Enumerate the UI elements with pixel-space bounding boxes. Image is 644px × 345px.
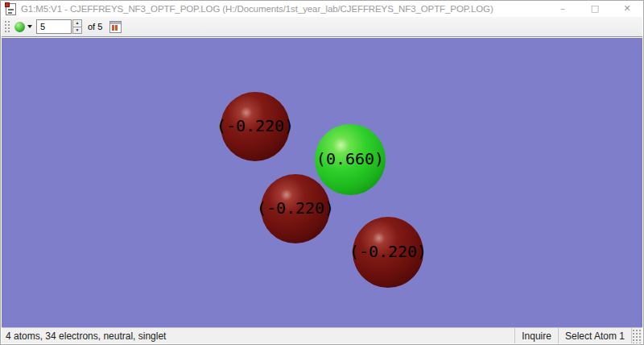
close-icon[interactable]: ✕ (611, 1, 643, 17)
app-icon-text-line (8, 9, 14, 10)
viewport[interactable]: (-0.220)(-0.220)(0.660)(-0.220) (2, 38, 642, 327)
maximize-icon[interactable]: □ (579, 1, 611, 17)
app-icon-red-square (5, 2, 10, 7)
molecule-summary: 4 atoms, 34 electrons, neutral, singlet (2, 328, 514, 343)
frame-toolbar: ▲ ▼ of 5 (2, 17, 642, 37)
frame-spinner: ▲ ▼ (72, 19, 82, 34)
frame-number-input[interactable] (36, 19, 72, 34)
status-bar: 4 atoms, 34 electrons, neutral, singlet … (2, 327, 642, 343)
atom-charge-label: (0.660) (316, 149, 384, 168)
atom-charge-label: (-0.220) (257, 198, 334, 218)
gaussview-window: G1:M5:V1 - CJEFFREYS_NF3_OPTF_POP.LOG (H… (0, 0, 644, 345)
atom-nitrogen-center[interactable]: (0.660) (315, 124, 386, 195)
title-bar[interactable]: G1:M5:V1 - CJEFFREYS_NF3_OPTF_POP.LOG (H… (1, 1, 643, 17)
atom-charge-label: (-0.220) (349, 242, 427, 261)
spin-up-icon[interactable]: ▲ (72, 19, 82, 27)
frame-list-icon-bar (115, 25, 118, 31)
green-atom-icon (14, 22, 25, 32)
atom-fluorine-top-left[interactable]: (-0.220) (221, 92, 290, 161)
toolbar-drag-handle[interactable] (4, 19, 10, 34)
status-panel-inquire: Inquire (514, 328, 558, 343)
active-atom-button[interactable] (13, 21, 34, 33)
chevron-down-icon (27, 25, 32, 28)
spin-down-icon[interactable]: ▼ (72, 27, 82, 35)
frame-total-label: of 5 (88, 22, 102, 31)
window-controls: – □ ✕ (547, 1, 643, 17)
frame-list-icon-bar (112, 25, 114, 31)
atom-fluorine-middle[interactable]: (-0.220) (261, 174, 330, 243)
atom-charge-label: (-0.220) (217, 116, 294, 135)
resize-grip[interactable] (631, 328, 642, 343)
frame-list-icon-header (110, 22, 121, 24)
minimize-icon[interactable]: – (547, 1, 579, 17)
status-panel-select-atom-1: Select Atom 1 (558, 328, 631, 343)
app-icon-text-line (8, 12, 12, 14)
window-title: G1:M5:V1 - CJEFFREYS_NF3_OPTF_POP.LOG (H… (21, 4, 493, 14)
app-log-file-icon (6, 3, 16, 15)
frame-list-icon[interactable] (109, 21, 122, 33)
status-panels: InquireSelect Atom 1 (514, 328, 631, 343)
atom-fluorine-bottom-right[interactable]: (-0.220) (353, 217, 423, 288)
